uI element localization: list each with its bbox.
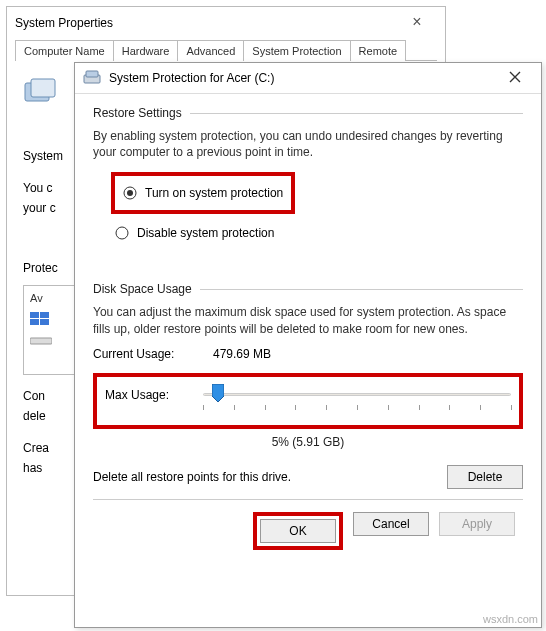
- radio-label: Disable system protection: [137, 226, 274, 240]
- tab-system-protection[interactable]: System Protection: [243, 40, 350, 61]
- divider: [200, 289, 523, 290]
- tab-hardware[interactable]: Hardware: [113, 40, 179, 61]
- radio-disable[interactable]: Disable system protection: [115, 224, 523, 242]
- svg-marker-12: [212, 384, 224, 402]
- highlight-box: OK: [253, 512, 343, 550]
- close-icon[interactable]: ×: [397, 13, 437, 33]
- disk-usage-label: Disk Space Usage: [93, 282, 523, 296]
- svg-rect-3: [40, 312, 49, 318]
- svg-point-10: [127, 190, 133, 196]
- system-protection-dialog: System Protection for Acer (C:) Restore …: [74, 62, 542, 628]
- slider-caption: 5% (5.91 GB): [93, 435, 523, 449]
- svg-rect-4: [30, 319, 39, 325]
- current-usage-label: Current Usage:: [93, 347, 213, 361]
- close-icon[interactable]: [497, 70, 533, 86]
- cancel-button[interactable]: Cancel: [353, 512, 429, 536]
- max-usage-slider[interactable]: [203, 383, 511, 407]
- sysprops-tabs: Computer Name Hardware Advanced System P…: [15, 39, 437, 61]
- delete-description: Delete all restore points for this drive…: [93, 470, 291, 484]
- drive-icon: [83, 69, 101, 87]
- radio-label: Turn on system protection: [145, 186, 283, 200]
- slider-ticks: [203, 405, 511, 411]
- highlight-box: Turn on system protection: [111, 172, 295, 214]
- watermark-text: wsxdn.com: [483, 613, 538, 625]
- slider-thumb-icon[interactable]: [212, 384, 224, 402]
- tab-advanced[interactable]: Advanced: [177, 40, 244, 61]
- radio-unselected-icon: [115, 226, 129, 240]
- divider: [190, 113, 523, 114]
- restore-settings-label: Restore Settings: [93, 106, 523, 120]
- svg-rect-6: [30, 338, 52, 344]
- tab-computer-name[interactable]: Computer Name: [15, 40, 114, 61]
- svg-point-11: [116, 227, 128, 239]
- radio-selected-icon: [123, 186, 137, 200]
- radio-turn-on[interactable]: Turn on system protection: [123, 184, 283, 202]
- apply-button: Apply: [439, 512, 515, 536]
- dialog-buttons: OK Cancel Apply: [93, 512, 523, 550]
- sysprops-title-text: System Properties: [15, 16, 113, 30]
- divider: [93, 499, 523, 500]
- tab-remote[interactable]: Remote: [350, 40, 407, 61]
- windows-flag-icon: [30, 312, 50, 326]
- system-restore-icon: [23, 75, 59, 111]
- svg-rect-1: [31, 79, 55, 97]
- svg-rect-5: [40, 319, 49, 325]
- svg-rect-2: [30, 312, 39, 318]
- dialog-title: System Protection for Acer (C:): [109, 71, 497, 85]
- restore-description: By enabling system protection, you can u…: [93, 128, 523, 160]
- current-usage-value: 479.69 MB: [213, 347, 271, 361]
- svg-rect-8: [86, 71, 98, 77]
- disk-description: You can adjust the maximum disk space us…: [93, 304, 523, 336]
- highlight-box: Max Usage:: [93, 373, 523, 429]
- delete-button[interactable]: Delete: [447, 465, 523, 489]
- dialog-titlebar: System Protection for Acer (C:): [75, 63, 541, 94]
- ok-button[interactable]: OK: [260, 519, 336, 543]
- max-usage-label: Max Usage:: [105, 388, 203, 402]
